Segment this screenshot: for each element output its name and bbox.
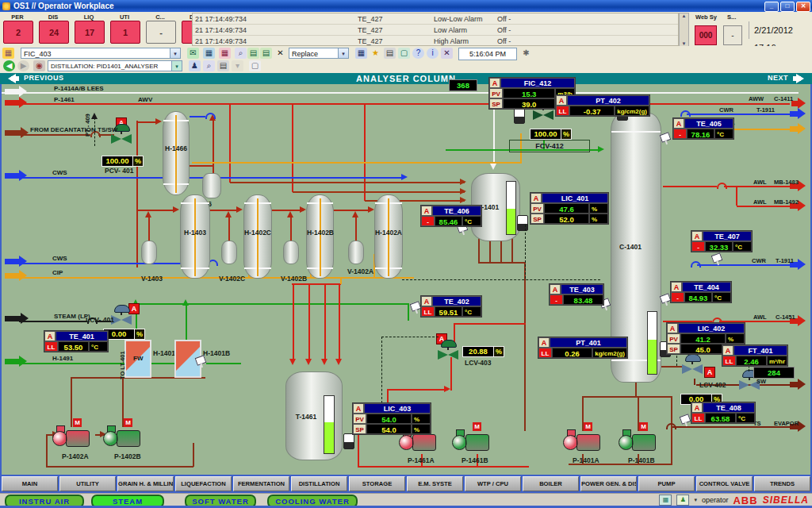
chevron-down-icon[interactable]: ▾ <box>170 48 180 58</box>
layout-icon[interactable]: ▦ <box>355 48 367 59</box>
faceplate-te407[interactable]: ATE_407 -32.33°C <box>691 230 753 252</box>
tab-liquefaction[interactable]: LIQUEFACTION <box>175 476 232 491</box>
page-icon[interactable]: ▤ <box>247 48 259 59</box>
chevron-down-icon[interactable]: ▾ <box>338 48 348 58</box>
minimize-button[interactable]: _ <box>764 2 779 12</box>
tab-fermentation[interactable]: FERMENTATION <box>233 476 289 491</box>
monitor-icon[interactable]: ▢ <box>398 48 410 59</box>
tab-em-syste[interactable]: E.M. SYSTE <box>407 476 463 491</box>
vessel-v1402a[interactable] <box>348 241 364 264</box>
forward-icon[interactable]: ▶ <box>17 60 29 71</box>
ack-button[interactable]: A <box>489 78 500 88</box>
alarm-row[interactable]: 21 17:14:49:734 TE_427 Low-Low Alarm Off… <box>193 13 678 25</box>
back-icon[interactable]: ◀ <box>3 60 15 71</box>
ack-button[interactable]: A <box>556 95 567 106</box>
gear-icon[interactable]: ✱ <box>520 48 532 59</box>
tab-control-valve[interactable]: CONTROL VALVE <box>696 476 753 491</box>
matrix-icon[interactable]: ▦ <box>219 48 231 59</box>
vessel-h1402a[interactable] <box>374 194 403 279</box>
delete-icon[interactable]: ✕ <box>274 48 286 59</box>
tab-boiler[interactable]: BOILER <box>523 476 579 491</box>
tab-storage[interactable]: STORAGE <box>349 476 405 491</box>
tag-search-combo[interactable]: FIC_403 ▾ <box>21 48 181 59</box>
replace-combo[interactable]: Replace ▾ <box>289 48 349 59</box>
web-sync-button[interactable]: 000 <box>695 25 717 45</box>
valve-lcv402[interactable] <box>682 354 703 375</box>
faceplate-te404[interactable]: ATE_404 -84.93°C <box>670 281 732 303</box>
tab-power-gen[interactable]: POWER GEN. & DIS. <box>580 476 637 491</box>
next-arrow-icon[interactable] <box>796 74 809 83</box>
ack-button[interactable]: A <box>550 284 561 294</box>
maximize-button[interactable]: □ <box>780 2 795 12</box>
printer-icon[interactable]: ▤ <box>384 48 396 59</box>
alarm-counter-uti[interactable]: 1 <box>110 21 140 44</box>
alarm-badge[interactable]: A <box>704 367 715 378</box>
ack-button[interactable]: A <box>673 118 684 129</box>
alarm-row[interactable]: 21 17:14:49:734 TE_427 Low Alarm Off - <box>193 25 678 36</box>
faceplate-lic401[interactable]: ALIC_401 PV47.6% SP52.0% <box>530 192 609 225</box>
tab-utility[interactable]: UTILITY <box>59 476 116 491</box>
pump-p1461b[interactable]: M <box>452 429 490 453</box>
ack-button[interactable]: A <box>691 402 703 413</box>
ack-button[interactable]: A <box>421 296 432 306</box>
user-icon[interactable]: ♟ <box>676 495 689 506</box>
ack-button[interactable]: A <box>691 231 703 241</box>
task-list-icon[interactable]: ▦ <box>659 495 672 506</box>
info-icon[interactable]: i <box>427 48 439 59</box>
chevron-down-icon[interactable]: ▾ <box>171 61 182 71</box>
tab-grain-milling[interactable]: GRAIN H. & MILLING <box>117 476 174 491</box>
vessel-h1402b[interactable] <box>306 194 334 279</box>
next-button[interactable]: NEXT <box>768 74 788 82</box>
ack-button[interactable]: A <box>722 345 733 356</box>
user-dropdown-icon[interactable]: ▾ <box>694 497 697 503</box>
faceplate-te402[interactable]: ATE_402 LL59.51°C <box>420 295 482 318</box>
grid-icon[interactable]: ▦ <box>203 48 215 59</box>
tab-wtp-cpu[interactable]: WTP / CPU <box>465 476 521 491</box>
zoom-icon[interactable]: ⌕ <box>203 60 215 71</box>
alarm-counter-dis[interactable]: 24 <box>39 21 69 44</box>
aspect-cube-icon[interactable]: ▦ <box>2 48 14 59</box>
display-nav-combo[interactable]: DISTILLATION: PID1401_ANALYSER ▾ <box>48 60 182 71</box>
favorites-star-icon[interactable]: ★ <box>370 48 381 59</box>
tab-distillation[interactable]: DISTILLATION <box>291 476 347 491</box>
vessel-v1402c[interactable] <box>221 241 237 264</box>
vessel-h1466[interactable] <box>163 111 190 195</box>
pump-p1402b[interactable]: M <box>103 425 141 449</box>
pump-p1401a[interactable]: M <box>563 429 601 453</box>
alarm-list-scrollbar[interactable]: ▲▼ <box>679 13 689 47</box>
vessel-v1403[interactable] <box>141 241 157 264</box>
ack-button[interactable]: A <box>421 206 432 216</box>
faceplate-te403[interactable]: ATE_403 -83.48 <box>549 283 604 306</box>
vessel-h1403[interactable] <box>180 194 210 279</box>
tab-main[interactable]: MAIN <box>2 476 58 491</box>
tab-trends[interactable]: TRENDS <box>754 476 810 491</box>
close-button[interactable]: ✕ <box>796 2 810 12</box>
vessel-v1466[interactable] <box>202 173 221 198</box>
pump-p1401b[interactable]: M <box>619 429 657 453</box>
ack-button[interactable]: A <box>530 193 542 203</box>
s-button[interactable]: - <box>723 25 742 45</box>
alarm-row[interactable]: 21 17:14:49:734 TE_427 High Alarm Off - <box>193 36 678 47</box>
disabled-dropdown-icon[interactable]: ▾ <box>232 60 243 71</box>
tab-pump[interactable]: PUMP <box>638 476 695 491</box>
display-icon[interactable]: ◉ <box>33 60 45 71</box>
faceplate-pt401[interactable]: APT_401 LL0.26kg/cm2(g) <box>538 337 628 359</box>
alarm-counter-per[interactable]: 2 <box>3 21 33 44</box>
faceplate-pt402[interactable]: APT_402 LL-0.37kg/cm2(g) <box>555 94 650 117</box>
vessel-h1402c[interactable] <box>243 194 272 279</box>
print-display-icon[interactable]: ▤ <box>217 60 229 71</box>
help-icon[interactable]: ? <box>412 48 424 59</box>
faceplate-te408[interactable]: ATE_408 LL63.58°C <box>691 402 756 424</box>
vessel-v1402b[interactable] <box>283 241 299 264</box>
ack-button[interactable]: A <box>667 323 678 333</box>
page2-icon[interactable]: ▤ <box>260 48 272 59</box>
ack-button[interactable]: A <box>538 337 550 348</box>
ack-button[interactable]: A <box>44 331 56 341</box>
mail-icon[interactable]: ✉ <box>187 48 199 59</box>
new-page-icon[interactable]: ▢ <box>249 60 261 71</box>
faceplate-te401[interactable]: ATE_401 LL53.50°C <box>44 330 109 352</box>
faceplate-lic403[interactable]: ALIC_403 PV54.0% SP54.0% <box>352 402 431 435</box>
ack-button[interactable]: A <box>353 403 364 414</box>
faceplate-te406[interactable]: ATE_406 -85.46°C <box>420 205 482 227</box>
close-view-icon[interactable]: ✕ <box>441 48 453 59</box>
